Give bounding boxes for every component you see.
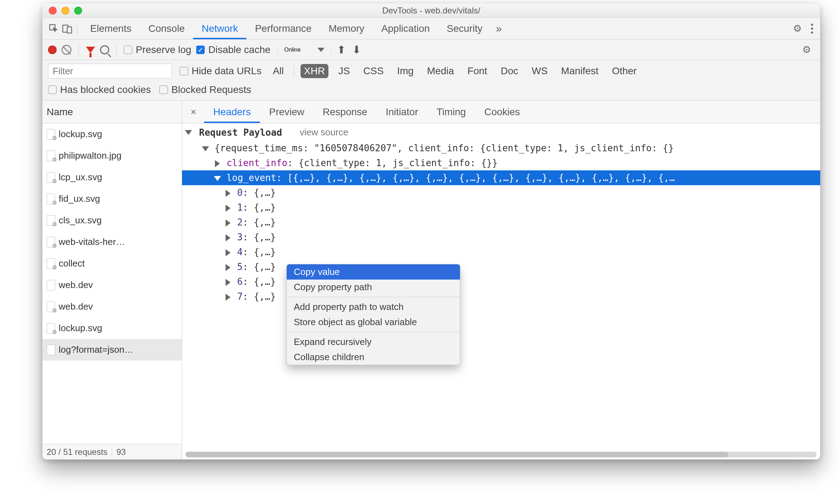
settings-icon[interactable]: ⚙: [789, 23, 805, 34]
preserve-log-toggle[interactable]: Preserve log: [124, 44, 191, 55]
inspect-element-icon[interactable]: [48, 23, 59, 34]
disclosure-right-icon: [226, 294, 231, 301]
hide-data-urls-label: Hide data URLs: [192, 65, 262, 77]
menu-item[interactable]: Copy value: [287, 264, 460, 280]
file-gear-icon: [47, 151, 55, 161]
request-status-bar: 20 / 51 requests 93: [42, 444, 182, 459]
tab-security[interactable]: Security: [438, 18, 491, 39]
tree-value: {,…}: [254, 247, 276, 257]
close-detail-icon[interactable]: ×: [184, 106, 203, 118]
tree-node-child[interactable]: 6: {,…}: [182, 274, 820, 289]
request-row[interactable]: fid_ux.svg: [42, 188, 182, 210]
view-source-link[interactable]: view source: [300, 127, 348, 138]
type-filter-js[interactable]: JS: [335, 64, 354, 78]
type-filter-manifest[interactable]: Manifest: [558, 64, 602, 78]
menu-item[interactable]: Add property path to watch: [287, 299, 460, 315]
more-tabs-icon[interactable]: »: [493, 23, 505, 35]
request-row[interactable]: philipwalton.jpg: [42, 145, 182, 166]
type-filter-all[interactable]: All: [269, 64, 287, 78]
tree-node-child[interactable]: 4: {,…}: [182, 245, 820, 259]
menu-item[interactable]: Copy property path: [287, 280, 460, 295]
type-filter-media[interactable]: Media: [424, 64, 457, 78]
has-blocked-cookies-toggle[interactable]: Has blocked cookies: [48, 84, 151, 95]
type-filter-ws[interactable]: WS: [528, 64, 551, 78]
file-gear-icon: [47, 258, 55, 269]
request-name: cls_ux.svg: [59, 215, 101, 226]
detail-tab-initiator[interactable]: Initiator: [377, 101, 427, 123]
tab-performance[interactable]: Performance: [246, 18, 320, 39]
req-extra: 93: [116, 447, 126, 457]
type-filter-other[interactable]: Other: [608, 64, 640, 78]
disclosure-icon[interactable]: [185, 130, 192, 135]
type-filter-img[interactable]: Img: [393, 64, 417, 78]
request-name: lcp_ux.svg: [59, 172, 102, 183]
request-name: web.dev: [59, 280, 93, 291]
tab-application[interactable]: Application: [373, 18, 438, 39]
tree-node-child[interactable]: 3: {,…}: [182, 230, 820, 245]
tab-network[interactable]: Network: [193, 18, 246, 39]
throttle-value: Online: [284, 47, 301, 53]
type-filter-font[interactable]: Font: [464, 64, 491, 78]
search-icon[interactable]: [100, 45, 109, 54]
tab-memory[interactable]: Memory: [320, 18, 373, 39]
request-row[interactable]: web.dev: [42, 274, 182, 296]
detail-tab-headers[interactable]: Headers: [204, 101, 260, 123]
detail-tab-timing[interactable]: Timing: [427, 101, 475, 123]
request-row[interactable]: web.dev: [42, 296, 182, 317]
menu-item[interactable]: Store object as global variable: [287, 315, 460, 330]
hide-data-urls-toggle[interactable]: Hide data URLs: [180, 65, 262, 77]
type-filter-doc[interactable]: Doc: [497, 64, 522, 78]
detail-tab-response[interactable]: Response: [314, 101, 377, 123]
throttling-select[interactable]: Online: [278, 47, 331, 53]
detail-tab-preview[interactable]: Preview: [260, 101, 314, 123]
tab-console[interactable]: Console: [140, 18, 193, 39]
request-row[interactable]: web-vitals-her…: [42, 231, 182, 253]
tree-value: {,…}: [254, 232, 276, 242]
network-settings-icon[interactable]: ⚙: [799, 44, 815, 55]
request-row[interactable]: collect: [42, 253, 182, 274]
request-list-panel: Name lockup.svgphilipwalton.jpglcp_ux.sv…: [42, 101, 182, 459]
type-filter-css[interactable]: CSS: [360, 64, 387, 78]
detail-tab-cookies[interactable]: Cookies: [475, 101, 529, 123]
tree-node-child[interactable]: 5: {,…}: [182, 259, 820, 274]
clear-icon[interactable]: [62, 45, 71, 55]
tree-node-child[interactable]: 7: {,…}: [182, 289, 820, 304]
tree-node-child[interactable]: 0: {,…}: [182, 185, 820, 200]
network-filter-row-2: Has blocked cookies Blocked Requests: [42, 82, 820, 101]
checkbox-icon: [48, 86, 57, 94]
tree-node-log-event[interactable]: log_event: [{,…}, {,…}, {,…}, {,…}, {,…}…: [182, 170, 820, 185]
request-list-header[interactable]: Name: [42, 101, 182, 123]
download-har-icon[interactable]: ⬇: [351, 43, 362, 56]
kebab-menu-icon[interactable]: [807, 24, 817, 34]
request-row[interactable]: lockup.svg: [42, 123, 182, 145]
network-toolbar: Preserve log ✓ Disable cache Online ⬆ ⬇ …: [42, 40, 820, 60]
type-filter-xhr[interactable]: XHR: [301, 64, 328, 78]
disclosure-right-icon: [226, 234, 231, 241]
has-blocked-cookies-label: Has blocked cookies: [60, 84, 151, 95]
file-icon: [47, 280, 55, 291]
filter-icon[interactable]: [86, 47, 95, 53]
tree-root[interactable]: {request_time_ms: "1605078406207", clien…: [182, 141, 820, 156]
menu-item[interactable]: Collapse children: [287, 350, 460, 365]
filter-input[interactable]: [48, 64, 172, 78]
horizontal-scrollbar[interactable]: [186, 452, 817, 457]
upload-har-icon[interactable]: ⬆: [336, 43, 346, 56]
tree-node-child[interactable]: 1: {,…}: [182, 200, 820, 215]
tab-elements[interactable]: Elements: [82, 18, 140, 39]
tree-key: log_event: [227, 172, 276, 183]
tree-node-client-info[interactable]: client_info: {client_type: 1, js_client_…: [182, 156, 820, 170]
disable-cache-toggle[interactable]: ✓ Disable cache: [196, 44, 270, 55]
request-row[interactable]: log?format=json…: [42, 339, 182, 361]
blocked-requests-toggle[interactable]: Blocked Requests: [159, 84, 251, 95]
separator: [112, 447, 112, 457]
record-icon[interactable]: [48, 46, 57, 54]
separator: [78, 43, 79, 57]
tree-node-child[interactable]: 2: {,…}: [182, 215, 820, 230]
request-row[interactable]: cls_ux.svg: [42, 210, 182, 231]
request-row[interactable]: lcp_ux.svg: [42, 166, 182, 188]
request-row[interactable]: lockup.svg: [42, 317, 182, 339]
device-toggle-icon[interactable]: [62, 23, 73, 34]
blocked-requests-label: Blocked Requests: [171, 84, 251, 95]
menu-item[interactable]: Expand recursively: [287, 334, 460, 350]
disclosure-right-icon: [226, 190, 231, 197]
